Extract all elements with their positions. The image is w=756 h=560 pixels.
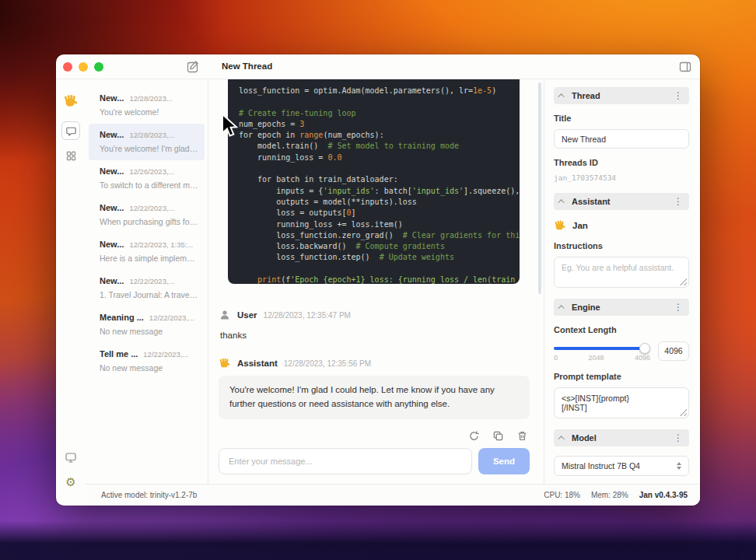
assistant-name: Jan xyxy=(572,221,588,230)
copy-icon[interactable] xyxy=(492,430,504,442)
context-length-slider[interactable]: 020484096 xyxy=(554,341,650,361)
user-message-header: User 12/28/2023, 12:35:47 PM xyxy=(219,309,530,321)
thread-title-input[interactable] xyxy=(554,129,689,149)
code-line: model.train() # Set model to training mo… xyxy=(239,141,520,152)
rail-settings-gear-icon[interactable]: ⚙ xyxy=(61,473,80,492)
thread-title: New... xyxy=(100,240,124,249)
close-window-button[interactable] xyxy=(63,62,72,72)
app-version: Jan v0.4.3-95 xyxy=(639,491,688,499)
context-length-label: Context Length xyxy=(554,325,689,334)
model-section-header[interactable]: Model ⋮ xyxy=(554,429,689,446)
instructions-field xyxy=(554,257,689,288)
kebab-menu-icon[interactable]: ⋮ xyxy=(674,91,683,100)
assistant-identity: Jan xyxy=(554,219,689,232)
assistant-wave-icon xyxy=(554,219,566,232)
thread-list-item[interactable]: New...12/22/2023,...When purchasing gift… xyxy=(89,197,205,233)
slider-ticks: 020484096 xyxy=(554,354,650,362)
sidebar-toggle-icon[interactable] xyxy=(678,60,692,74)
code-line: print(f'Epoch {epoch+1} loss: {running_l… xyxy=(239,275,520,284)
code-line: running_loss += loss.item() xyxy=(239,219,520,230)
instructions-textarea[interactable] xyxy=(562,263,681,282)
active-model-status: Active model: trinity-v1.2-7b xyxy=(101,491,197,499)
rail-chat-tab[interactable] xyxy=(61,121,80,140)
assistant-section-header[interactable]: Assistant ⋮ xyxy=(554,193,689,210)
code-line: loss = outputs[0] xyxy=(239,208,520,219)
code-block: loss_function = optim.Adam(model.paramet… xyxy=(228,79,520,284)
thread-list-item[interactable]: Tell me ...12/22/2023,...No new message xyxy=(89,343,205,380)
thread-list-item[interactable]: New...12/28/2023,...You're welcome! I'm … xyxy=(89,124,205,160)
chat-column: loss_function = optim.Adam(model.paramet… xyxy=(208,79,544,506)
slider-handle[interactable] xyxy=(639,343,650,354)
section-title: Engine xyxy=(572,303,674,312)
thread-title: New... xyxy=(100,93,124,103)
thread-title: Meaning ... xyxy=(100,313,144,322)
message-actions xyxy=(219,430,530,442)
window-controls xyxy=(63,62,103,72)
thread-preview: To switch to a different model,... xyxy=(100,180,198,190)
message-timestamp: 12/28/2023, 12:35:56 PM xyxy=(284,359,371,368)
regenerate-icon[interactable] xyxy=(468,430,480,442)
model-select-value: Mistral Instruct 7B Q4 xyxy=(562,461,677,471)
thread-preview: No new message xyxy=(100,363,198,373)
minimize-window-button[interactable] xyxy=(79,62,88,72)
thread-list: New...12/28/2023...You're welcome!New...… xyxy=(86,79,208,506)
slider-fill xyxy=(554,347,645,350)
thread-list-item[interactable]: New...12/28/2023...You're welcome! xyxy=(89,87,205,124)
thread-date: 12/22/2023,... xyxy=(149,313,194,322)
assistant-message-bubble: You're welcome! I'm glad I could help. L… xyxy=(219,376,530,419)
thread-preview: 1. Travel Journal: A travel journ... xyxy=(100,290,198,299)
context-length-value: 4096 xyxy=(658,341,689,361)
thread-list-item[interactable]: Meaning ...12/22/2023,...No new message xyxy=(89,306,205,343)
threads-id-value: jan_1703574534 xyxy=(554,173,689,182)
rail-system-monitor[interactable] xyxy=(61,448,80,467)
prompt-template-textarea[interactable]: <s>[INST]{prompt} [/INST] xyxy=(562,394,681,412)
delete-trash-icon[interactable] xyxy=(516,430,528,442)
section-title: Assistant xyxy=(572,197,674,206)
thread-date: 12/26/2023,... xyxy=(129,167,174,176)
thread-preview: No new message xyxy=(100,327,198,336)
chat-scrollbar[interactable] xyxy=(538,82,541,294)
message-role: User xyxy=(237,310,257,320)
code-line: for epoch in range(num_epochs): xyxy=(239,130,520,141)
titlebar: New Thread xyxy=(56,54,700,79)
prompt-template-label: Prompt template xyxy=(554,372,689,381)
thread-preview: Here is a simple implementati... xyxy=(100,254,198,263)
resize-grip[interactable] xyxy=(680,278,687,285)
threads-id-label: Threads ID xyxy=(554,158,689,167)
kebab-menu-icon[interactable]: ⋮ xyxy=(674,197,683,206)
engine-section-header[interactable]: Engine ⋮ xyxy=(554,299,689,316)
desktop-wallpaper: New Thread xyxy=(0,0,756,560)
new-thread-icon[interactable] xyxy=(186,60,200,74)
kebab-menu-icon[interactable]: ⋮ xyxy=(674,303,683,312)
code-line: loss_function.zero_grad() # Clear gradie… xyxy=(239,230,520,241)
thread-list-item[interactable]: New...12/22/2023, 1:35:...Here is a simp… xyxy=(89,233,205,270)
prompt-template-field: <s>[INST]{prompt} [/INST] xyxy=(554,387,689,418)
thread-date: 12/22/2023,... xyxy=(143,350,188,359)
zoom-window-button[interactable] xyxy=(94,62,103,72)
thread-date: 12/22/2023,... xyxy=(129,277,174,285)
code-line xyxy=(239,163,520,174)
message-timestamp: 12/28/2023, 12:35:47 PM xyxy=(264,311,351,320)
thread-title: New... xyxy=(100,166,124,176)
kebab-menu-icon[interactable]: ⋮ xyxy=(674,433,683,443)
slider-tick-label: 4096 xyxy=(635,354,650,362)
thread-date: 12/28/2023,... xyxy=(129,131,174,139)
thread-date: 12/28/2023... xyxy=(129,94,172,103)
send-button[interactable]: Send xyxy=(478,448,530,474)
code-line: loss_function = optim.Adam(model.paramet… xyxy=(239,86,520,96)
section-title: Thread xyxy=(572,91,674,100)
resize-grip[interactable] xyxy=(680,409,687,416)
thread-section-header[interactable]: Thread ⋮ xyxy=(554,87,689,104)
user-message-text: thanks xyxy=(220,331,530,340)
chevron-up-icon xyxy=(558,436,564,442)
assistant-avatar-wave-icon xyxy=(219,357,231,369)
thread-list-item[interactable]: New...12/26/2023,...To switch to a diffe… xyxy=(89,160,205,197)
model-select[interactable]: Mistral Instruct 7B Q4 xyxy=(554,456,689,476)
thread-list-item[interactable]: New...12/22/2023,...1. Travel Journal: A… xyxy=(89,270,205,306)
message-input[interactable] xyxy=(219,448,472,474)
thread-title: Tell me ... xyxy=(100,349,138,359)
assistant-message-header: Assistant 12/28/2023, 12:35:56 PM xyxy=(219,357,530,369)
left-rail: ⚙ xyxy=(56,79,86,506)
code-line: # Create fine-tuning loop xyxy=(239,108,520,119)
rail-hub-tab[interactable] xyxy=(61,146,80,165)
